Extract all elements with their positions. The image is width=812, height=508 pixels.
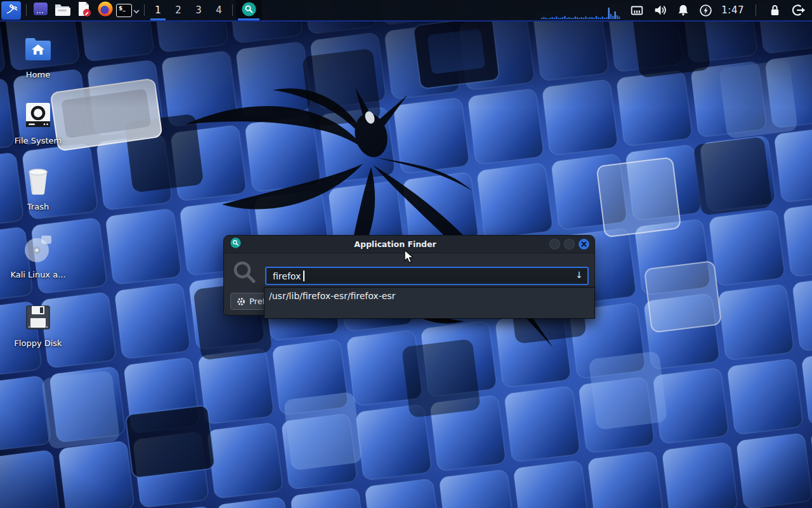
file-manager-icon xyxy=(54,1,70,20)
desktop-icon-kali-disc[interactable]: Kali Linux a... xyxy=(8,234,69,279)
network-icon[interactable] xyxy=(629,3,645,18)
desktop-icon-trash[interactable]: Trash xyxy=(8,166,69,211)
kali-menu-icon xyxy=(4,2,18,18)
search-input[interactable] xyxy=(265,267,589,285)
home-folder-icon xyxy=(24,34,52,64)
kali-disc-icon xyxy=(23,234,53,264)
search-field: ↓ xyxy=(265,267,589,285)
power-manager-icon[interactable] xyxy=(698,3,713,18)
desktop-icon-home[interactable]: Home xyxy=(8,34,69,79)
panel-separator xyxy=(756,4,756,16)
applications-menu-button[interactable] xyxy=(1,1,21,20)
terminal-dropdown-launcher[interactable]: $_ xyxy=(116,4,141,17)
workspace-2[interactable]: 2 xyxy=(168,0,188,20)
desktop-icon-label: Home xyxy=(26,70,50,79)
window-title: Application Finder xyxy=(241,239,549,249)
terminal-launcher[interactable] xyxy=(30,0,51,20)
text-caret xyxy=(303,271,304,281)
taskbar-app-finder-button[interactable] xyxy=(236,0,261,20)
cpu-history-graph[interactable] xyxy=(541,0,621,20)
lock-icon[interactable] xyxy=(768,3,782,18)
app-finder-icon xyxy=(230,237,241,251)
mouse-cursor xyxy=(403,250,416,267)
clock[interactable]: 1:47 xyxy=(721,4,744,16)
result-item[interactable]: /usr/lib/firefox-esr/firefox-esr xyxy=(265,288,594,304)
desktop-icon-floppy-disk[interactable]: Floppy Disk xyxy=(8,302,69,348)
maximize-button[interactable] xyxy=(564,239,575,250)
file-system-drive-icon xyxy=(25,100,51,130)
close-button[interactable] xyxy=(579,239,589,250)
terminal-prompt-icon: $_ xyxy=(116,4,132,17)
workspace-3[interactable]: 3 xyxy=(188,0,209,20)
workspace-1[interactable]: 1 xyxy=(148,0,168,20)
panel-separator xyxy=(232,4,233,16)
top-panel: $_ 1 2 3 4 xyxy=(0,0,812,22)
gear-icon xyxy=(237,297,246,306)
app-finder-icon xyxy=(242,2,256,19)
minimize-button[interactable] xyxy=(549,239,560,250)
panel-separator xyxy=(144,4,145,16)
terminal-window-icon xyxy=(32,1,49,20)
chevron-down-icon xyxy=(133,4,140,17)
text-editor-icon xyxy=(75,1,92,20)
desktop-icon-label: File System xyxy=(15,136,62,145)
firefox-launcher[interactable] xyxy=(95,0,116,20)
search-icon xyxy=(232,260,258,288)
desktop-icon-file-system[interactable]: File System xyxy=(8,100,69,145)
dropdown-arrow-icon[interactable]: ↓ xyxy=(575,270,583,280)
desktop-icon-label: Trash xyxy=(27,202,49,211)
logout-icon[interactable] xyxy=(790,3,806,18)
firefox-icon xyxy=(97,1,114,20)
close-icon xyxy=(581,241,587,247)
desktop-icon-label: Floppy Disk xyxy=(14,338,62,348)
volume-icon[interactable] xyxy=(653,3,668,18)
panel-separator xyxy=(26,4,27,16)
search-results-dropdown: /usr/lib/firefox-esr/firefox-esr xyxy=(264,287,595,319)
text-editor-launcher[interactable] xyxy=(73,0,95,20)
desktop-icon-label: Kali Linux a... xyxy=(10,270,65,279)
trash-icon xyxy=(25,166,51,196)
workspace-4[interactable]: 4 xyxy=(209,0,229,20)
notifications-icon[interactable] xyxy=(676,3,690,17)
floppy-disk-icon xyxy=(25,302,51,333)
file-manager-launcher[interactable] xyxy=(51,0,73,20)
